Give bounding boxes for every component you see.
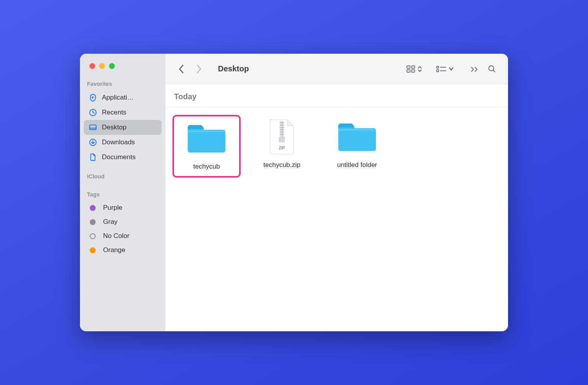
content-area: Today techycub ZIP techycub.zip <box>165 84 508 331</box>
sidebar-tag-purple[interactable]: Purple <box>84 201 162 215</box>
sidebar-tags-list: Purple Gray No Color Orange <box>80 201 165 257</box>
sidebar-tag-label: Purple <box>103 204 122 212</box>
folder-icon <box>336 119 379 154</box>
sidebar-tag-label: Gray <box>103 218 118 226</box>
sidebar-heading-favorites: Favorites <box>80 81 165 90</box>
svg-rect-5 <box>407 70 410 72</box>
tag-dot-icon <box>90 247 96 253</box>
sidebar-item-label: Desktop <box>102 123 126 131</box>
svg-rect-3 <box>407 66 410 68</box>
toolbar-overflow-button[interactable] <box>467 62 482 76</box>
sidebar: Favorites Applicati… Recents Desktop <box>80 54 165 331</box>
folder-icon <box>185 120 228 156</box>
sidebar-item-recents[interactable]: Recents <box>84 105 162 120</box>
file-label: techycub.zip <box>263 161 301 169</box>
documents-icon <box>89 153 97 162</box>
sidebar-tag-label: Orange <box>103 246 125 254</box>
sidebar-item-label: Downloads <box>102 138 135 146</box>
svg-rect-7 <box>437 66 439 68</box>
sidebar-tag-orange[interactable]: Orange <box>84 243 162 257</box>
downloads-icon <box>89 138 97 147</box>
sidebar-item-desktop[interactable]: Desktop <box>84 120 162 135</box>
desktop-icon <box>89 123 97 132</box>
items-grid: techycub ZIP techycub.zip untitled folde… <box>165 107 508 185</box>
window-title: Desktop <box>218 64 249 73</box>
tag-dot-icon <box>90 219 96 225</box>
sidebar-item-label: Applicati… <box>102 94 134 102</box>
group-by-button[interactable] <box>436 65 454 73</box>
zip-file-icon: ZIP <box>260 119 303 154</box>
window-controls <box>80 63 165 69</box>
group-heading: Today <box>165 84 508 107</box>
back-button[interactable] <box>174 62 189 76</box>
file-item-untitled-folder[interactable]: untitled folder <box>323 115 391 174</box>
svg-rect-24 <box>338 129 376 131</box>
svg-rect-13 <box>188 131 225 132</box>
minimize-window-button[interactable] <box>99 63 105 69</box>
svg-rect-6 <box>412 70 415 72</box>
sidebar-tag-nocolor[interactable]: No Color <box>84 229 162 243</box>
recents-icon <box>89 108 97 117</box>
sidebar-favorites-list: Applicati… Recents Desktop Downloads <box>80 90 165 165</box>
sidebar-item-label: Recents <box>102 109 126 116</box>
sidebar-item-label: Documents <box>102 153 136 161</box>
file-item-techycub-zip[interactable]: ZIP techycub.zip <box>248 115 316 174</box>
file-label: techycub <box>193 163 220 171</box>
file-item-techycub[interactable]: techycub <box>172 115 241 178</box>
forward-button[interactable] <box>191 62 206 76</box>
main-pane: Desktop Today <box>165 54 508 331</box>
finder-window: Favorites Applicati… Recents Desktop <box>80 54 508 331</box>
svg-rect-1 <box>90 125 96 130</box>
sidebar-tag-gray[interactable]: Gray <box>84 215 162 229</box>
file-label: untitled folder <box>337 161 377 169</box>
sidebar-heading-tags: Tags <box>80 191 165 201</box>
search-button[interactable] <box>485 62 499 76</box>
zoom-window-button[interactable] <box>109 63 115 69</box>
tag-dot-icon <box>90 233 96 239</box>
sidebar-tag-label: No Color <box>103 232 129 240</box>
sidebar-heading-icloud: iCloud <box>80 173 165 183</box>
applications-icon <box>89 93 97 102</box>
tag-dot-icon <box>90 205 96 211</box>
sidebar-item-documents[interactable]: Documents <box>84 150 162 165</box>
svg-rect-22 <box>279 137 285 142</box>
chevron-updown-icon <box>417 65 423 73</box>
svg-rect-4 <box>412 66 415 68</box>
sidebar-item-applications[interactable]: Applicati… <box>84 90 162 105</box>
sidebar-item-downloads[interactable]: Downloads <box>84 135 162 150</box>
svg-text:ZIP: ZIP <box>279 146 285 150</box>
toolbar: Desktop <box>165 54 508 84</box>
svg-rect-8 <box>437 70 439 72</box>
view-mode-button[interactable] <box>406 65 423 73</box>
chevron-down-icon <box>448 66 454 72</box>
svg-line-12 <box>493 70 495 72</box>
close-window-button[interactable] <box>89 63 95 69</box>
